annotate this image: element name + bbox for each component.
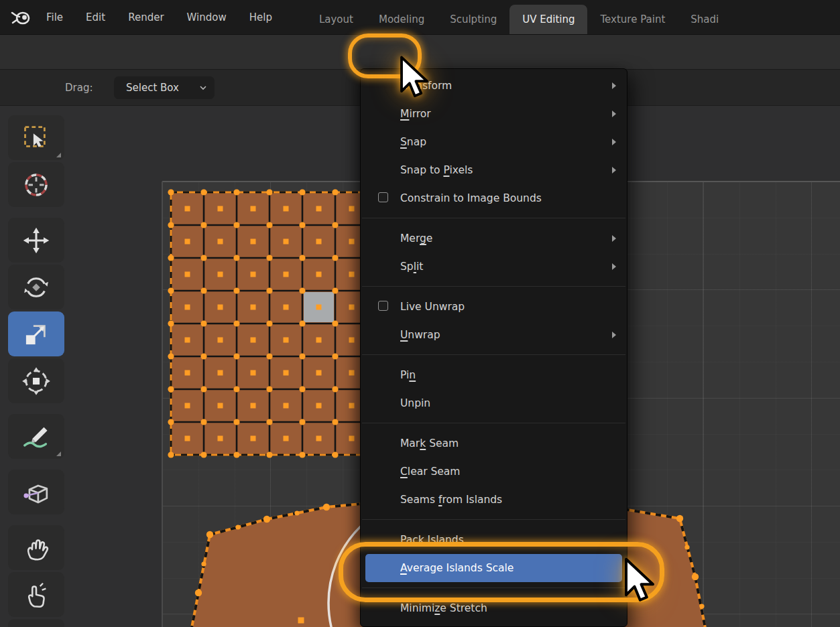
annotation-circle-menu-item bbox=[339, 542, 664, 602]
drag-mode-dropdown[interactable]: Select Box bbox=[114, 76, 215, 99]
annotate-icon bbox=[21, 421, 52, 452]
select-box-icon bbox=[21, 123, 51, 153]
topbar-menu-edit[interactable]: Edit bbox=[74, 11, 117, 23]
transform-icon bbox=[21, 366, 52, 397]
menu-item-constrain-to-image-bounds[interactable]: Constrain to Image Bounds bbox=[361, 184, 627, 212]
tab-layout[interactable]: Layout bbox=[306, 5, 366, 34]
tab-sculpting[interactable]: Sculpting bbox=[437, 5, 509, 34]
menu-item-clear-seam[interactable]: Clear Seam bbox=[361, 458, 627, 486]
topbar: FileEditRenderWindowHelp LayoutModelingS… bbox=[0, 0, 840, 35]
mouse-cursor-icon bbox=[623, 558, 656, 606]
submenu-arrow-icon bbox=[612, 82, 616, 89]
submenu-arrow-icon bbox=[612, 111, 616, 117]
checkbox-icon[interactable] bbox=[378, 301, 388, 311]
submenu-arrow-icon bbox=[612, 167, 616, 173]
transform-tool-button[interactable] bbox=[8, 358, 64, 403]
grab-tool-button[interactable] bbox=[8, 525, 64, 570]
pinch-tool-button[interactable] bbox=[8, 619, 64, 627]
menu-item-label: Pin bbox=[400, 369, 416, 381]
menu-item-split[interactable]: Split bbox=[361, 253, 627, 281]
annotate-tool-button[interactable] bbox=[8, 414, 64, 459]
menu-separator bbox=[361, 349, 627, 361]
chevron-down-icon bbox=[200, 86, 206, 90]
menu-item-mark-seam[interactable]: Mark Seam bbox=[361, 429, 627, 458]
menu-item-unpin[interactable]: Unpin bbox=[361, 389, 627, 417]
rotate-icon bbox=[21, 273, 51, 302]
menu-item-label: Unwrap bbox=[400, 329, 440, 341]
menu-item-label: Clear Seam bbox=[400, 466, 460, 478]
tab-shadi[interactable]: Shadi bbox=[678, 5, 731, 34]
tab-uv-editing[interactable]: UV Editing bbox=[509, 5, 587, 34]
menu-item-label: Seams from Islands bbox=[400, 494, 502, 506]
menu-item-snap[interactable]: Snap bbox=[361, 128, 627, 156]
tool-group-indicator bbox=[56, 153, 61, 157]
submenu-arrow-icon bbox=[612, 139, 616, 145]
rip-region-icon bbox=[21, 477, 52, 508]
menu-item-label: Constrain to Image Bounds bbox=[400, 192, 542, 204]
menu-separator bbox=[361, 281, 627, 293]
submenu-arrow-icon bbox=[612, 263, 616, 270]
topbar-menu-help[interactable]: Help bbox=[238, 11, 284, 23]
menu-item-mirror[interactable]: Mirror bbox=[361, 100, 627, 128]
workspace-tabs: LayoutModelingSculptingUV EditingTexture… bbox=[306, 5, 731, 34]
cursor-2d-tool-button[interactable] bbox=[8, 162, 64, 207]
scale-icon bbox=[21, 320, 51, 349]
menu-item-label: Snap to Pixels bbox=[400, 164, 473, 176]
menu-item-label: Split bbox=[400, 261, 423, 273]
cursor-2d-icon bbox=[21, 169, 52, 200]
menu-item-unwrap[interactable]: Unwrap bbox=[361, 321, 627, 349]
select-box-tool-button[interactable] bbox=[8, 115, 64, 160]
checkbox-icon[interactable] bbox=[378, 192, 388, 202]
menu-item-snap-to-pixels[interactable]: Snap to Pixels bbox=[361, 156, 627, 184]
rip-region-tool-button[interactable] bbox=[8, 470, 64, 514]
menu-item-label: Live Unwrap bbox=[400, 301, 465, 313]
menu-separator bbox=[361, 417, 627, 429]
menu-item-label: Snap bbox=[400, 136, 426, 148]
topbar-menus: FileEditRenderWindowHelp bbox=[35, 11, 284, 23]
submenu-arrow-icon bbox=[612, 235, 616, 242]
menu-item-label: Merge bbox=[400, 232, 432, 245]
menu-item-pin[interactable]: Pin bbox=[361, 361, 627, 389]
topbar-menu-render[interactable]: Render bbox=[117, 11, 175, 23]
grab-icon bbox=[21, 533, 52, 563]
tab-modeling[interactable]: Modeling bbox=[366, 5, 437, 34]
drag-label: Drag: bbox=[65, 70, 93, 106]
scale-tool-button[interactable] bbox=[8, 311, 64, 356]
tab-texture-paint[interactable]: Texture Paint bbox=[587, 5, 678, 34]
topbar-menu-window[interactable]: Window bbox=[176, 11, 238, 23]
menu-item-label: Unpin bbox=[400, 397, 430, 409]
menu-item-live-unwrap[interactable]: Live Unwrap bbox=[361, 293, 627, 321]
menu-item-label: Mirror bbox=[400, 108, 431, 120]
menu-separator bbox=[361, 212, 627, 224]
mouse-cursor-icon bbox=[398, 56, 430, 102]
topbar-menu-file[interactable]: File bbox=[35, 11, 74, 23]
move-icon bbox=[21, 226, 51, 255]
menu-item-seams-from-islands[interactable]: Seams from Islands bbox=[361, 486, 627, 514]
menu-separator bbox=[361, 514, 627, 526]
drag-mode-value: Select Box bbox=[126, 82, 200, 94]
blender-logo-icon[interactable] bbox=[9, 7, 35, 28]
rotate-tool-button[interactable] bbox=[8, 265, 64, 309]
menu-item-label: Minimize Stretch bbox=[400, 602, 487, 614]
tool-group-indicator bbox=[56, 451, 61, 456]
menu-item-label: Mark Seam bbox=[400, 437, 459, 449]
relax-icon bbox=[21, 579, 52, 610]
menu-item-merge[interactable]: Merge bbox=[361, 224, 627, 253]
move-tool-button[interactable] bbox=[8, 218, 64, 263]
submenu-arrow-icon bbox=[612, 332, 616, 338]
relax-tool-button[interactable] bbox=[8, 572, 64, 617]
